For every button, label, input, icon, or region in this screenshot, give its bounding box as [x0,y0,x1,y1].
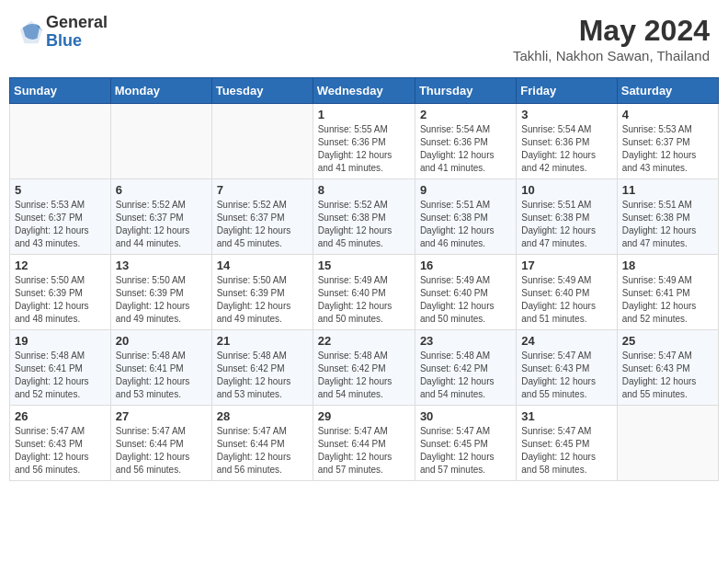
day-number: 30 [420,409,511,423]
calendar-week-2: 5Sunrise: 5:53 AM Sunset: 6:37 PM Daylig… [10,179,719,255]
day-info: Sunrise: 5:47 AM Sunset: 6:43 PM Dayligh… [622,350,713,401]
day-info: Sunrise: 5:47 AM Sunset: 6:43 PM Dayligh… [15,425,106,477]
day-number: 14 [217,259,308,272]
day-info: Sunrise: 5:49 AM Sunset: 6:40 PM Dayligh… [318,274,410,326]
calendar-cell: 22Sunrise: 5:48 AM Sunset: 6:42 PM Dayli… [313,330,415,406]
day-number: 25 [622,334,713,348]
day-number: 23 [420,334,511,348]
day-number: 31 [521,409,611,423]
calendar-cell: 16Sunrise: 5:49 AM Sunset: 6:40 PM Dayli… [415,255,516,330]
calendar-cell: 2Sunrise: 5:54 AM Sunset: 6:36 PM Daylig… [415,104,516,179]
subtitle: Takhli, Nakhon Sawan, Thailand [513,48,710,63]
day-number: 11 [622,183,713,197]
calendar-cell: 12Sunrise: 5:50 AM Sunset: 6:39 PM Dayli… [10,255,111,330]
logo: General Blue [18,14,108,51]
day-info: Sunrise: 5:50 AM Sunset: 6:39 PM Dayligh… [116,274,207,326]
day-info: Sunrise: 5:51 AM Sunset: 6:38 PM Dayligh… [521,199,611,250]
calendar-cell: 4Sunrise: 5:53 AM Sunset: 6:37 PM Daylig… [617,104,718,179]
calendar-cell: 28Sunrise: 5:47 AM Sunset: 6:44 PM Dayli… [211,406,313,481]
day-info: Sunrise: 5:50 AM Sunset: 6:39 PM Dayligh… [217,274,308,326]
day-info: Sunrise: 5:54 AM Sunset: 6:36 PM Dayligh… [521,123,611,175]
calendar-cell: 14Sunrise: 5:50 AM Sunset: 6:39 PM Dayli… [211,255,313,330]
calendar-week-4: 19Sunrise: 5:48 AM Sunset: 6:41 PM Dayli… [10,330,719,406]
day-number: 4 [622,108,713,121]
calendar-cell: 7Sunrise: 5:52 AM Sunset: 6:37 PM Daylig… [211,179,313,255]
day-number: 12 [15,259,106,272]
day-info: Sunrise: 5:51 AM Sunset: 6:38 PM Dayligh… [622,199,713,250]
calendar-cell: 24Sunrise: 5:47 AM Sunset: 6:43 PM Dayli… [517,330,617,406]
logo-icon [18,19,44,45]
calendar-cell [617,406,718,481]
day-number: 8 [318,183,410,197]
day-number: 16 [420,259,511,272]
day-number: 19 [15,334,106,348]
title-block: May 2024 Takhli, Nakhon Sawan, Thailand [513,14,710,63]
day-number: 13 [116,259,207,272]
day-of-week-wednesday: Wednesday [313,78,415,104]
day-info: Sunrise: 5:49 AM Sunset: 6:40 PM Dayligh… [420,274,511,326]
day-number: 7 [217,183,308,197]
calendar-week-5: 26Sunrise: 5:47 AM Sunset: 6:43 PM Dayli… [10,406,719,481]
page-header: General Blue May 2024 Takhli, Nakhon Saw… [9,9,719,68]
day-info: Sunrise: 5:51 AM Sunset: 6:38 PM Dayligh… [420,199,511,250]
day-info: Sunrise: 5:54 AM Sunset: 6:36 PM Dayligh… [420,123,511,175]
day-number: 1 [318,108,410,121]
calendar-header: SundayMondayTuesdayWednesdayThursdayFrid… [10,78,719,104]
day-number: 28 [217,409,308,423]
calendar-body: 1Sunrise: 5:55 AM Sunset: 6:36 PM Daylig… [10,104,719,481]
day-info: Sunrise: 5:50 AM Sunset: 6:39 PM Dayligh… [15,274,106,326]
day-info: Sunrise: 5:55 AM Sunset: 6:36 PM Dayligh… [318,123,410,175]
calendar-cell: 11Sunrise: 5:51 AM Sunset: 6:38 PM Dayli… [617,179,718,255]
calendar-cell: 3Sunrise: 5:54 AM Sunset: 6:36 PM Daylig… [517,104,617,179]
calendar-cell: 20Sunrise: 5:48 AM Sunset: 6:41 PM Dayli… [110,330,211,406]
day-number: 18 [622,259,713,272]
calendar-cell: 10Sunrise: 5:51 AM Sunset: 6:38 PM Dayli… [517,179,617,255]
day-number: 20 [116,334,207,348]
logo-general: General [46,14,108,32]
day-info: Sunrise: 5:47 AM Sunset: 6:45 PM Dayligh… [420,425,511,477]
calendar-cell: 27Sunrise: 5:47 AM Sunset: 6:44 PM Dayli… [110,406,211,481]
days-of-week-row: SundayMondayTuesdayWednesdayThursdayFrid… [10,78,719,104]
day-number: 26 [15,409,106,423]
calendar-cell: 19Sunrise: 5:48 AM Sunset: 6:41 PM Dayli… [10,330,111,406]
day-info: Sunrise: 5:52 AM Sunset: 6:37 PM Dayligh… [116,199,207,250]
day-number: 27 [116,409,207,423]
day-number: 9 [420,183,511,197]
day-of-week-thursday: Thursday [415,78,516,104]
calendar-cell: 26Sunrise: 5:47 AM Sunset: 6:43 PM Dayli… [10,406,111,481]
day-of-week-saturday: Saturday [617,78,718,104]
calendar-cell: 30Sunrise: 5:47 AM Sunset: 6:45 PM Dayli… [415,406,516,481]
calendar-week-1: 1Sunrise: 5:55 AM Sunset: 6:36 PM Daylig… [10,104,719,179]
day-info: Sunrise: 5:48 AM Sunset: 6:42 PM Dayligh… [217,350,308,401]
day-info: Sunrise: 5:47 AM Sunset: 6:44 PM Dayligh… [318,425,410,477]
day-number: 22 [318,334,410,348]
calendar-cell: 13Sunrise: 5:50 AM Sunset: 6:39 PM Dayli… [110,255,211,330]
day-info: Sunrise: 5:47 AM Sunset: 6:44 PM Dayligh… [116,425,207,477]
day-number: 6 [116,183,207,197]
day-info: Sunrise: 5:53 AM Sunset: 6:37 PM Dayligh… [15,199,106,250]
calendar-week-3: 12Sunrise: 5:50 AM Sunset: 6:39 PM Dayli… [10,255,719,330]
calendar-cell: 9Sunrise: 5:51 AM Sunset: 6:38 PM Daylig… [415,179,516,255]
calendar-cell: 8Sunrise: 5:52 AM Sunset: 6:38 PM Daylig… [313,179,415,255]
main-title: May 2024 [513,14,710,48]
day-of-week-monday: Monday [110,78,211,104]
calendar-cell: 31Sunrise: 5:47 AM Sunset: 6:45 PM Dayli… [517,406,617,481]
calendar-cell: 17Sunrise: 5:49 AM Sunset: 6:40 PM Dayli… [517,255,617,330]
day-info: Sunrise: 5:48 AM Sunset: 6:42 PM Dayligh… [318,350,410,401]
calendar-cell: 18Sunrise: 5:49 AM Sunset: 6:41 PM Dayli… [617,255,718,330]
day-number: 5 [15,183,106,197]
day-info: Sunrise: 5:49 AM Sunset: 6:41 PM Dayligh… [622,274,713,326]
day-info: Sunrise: 5:47 AM Sunset: 6:44 PM Dayligh… [217,425,308,477]
calendar-cell [10,104,111,179]
day-info: Sunrise: 5:48 AM Sunset: 6:42 PM Dayligh… [420,350,511,401]
day-info: Sunrise: 5:48 AM Sunset: 6:41 PM Dayligh… [116,350,207,401]
calendar-cell: 6Sunrise: 5:52 AM Sunset: 6:37 PM Daylig… [110,179,211,255]
day-number: 17 [521,259,611,272]
day-number: 2 [420,108,511,121]
day-number: 15 [318,259,410,272]
day-of-week-tuesday: Tuesday [211,78,313,104]
calendar-cell: 21Sunrise: 5:48 AM Sunset: 6:42 PM Dayli… [211,330,313,406]
calendar-table: SundayMondayTuesdayWednesdayThursdayFrid… [9,77,719,481]
logo-text: General Blue [46,14,108,51]
day-info: Sunrise: 5:52 AM Sunset: 6:37 PM Dayligh… [217,199,308,250]
